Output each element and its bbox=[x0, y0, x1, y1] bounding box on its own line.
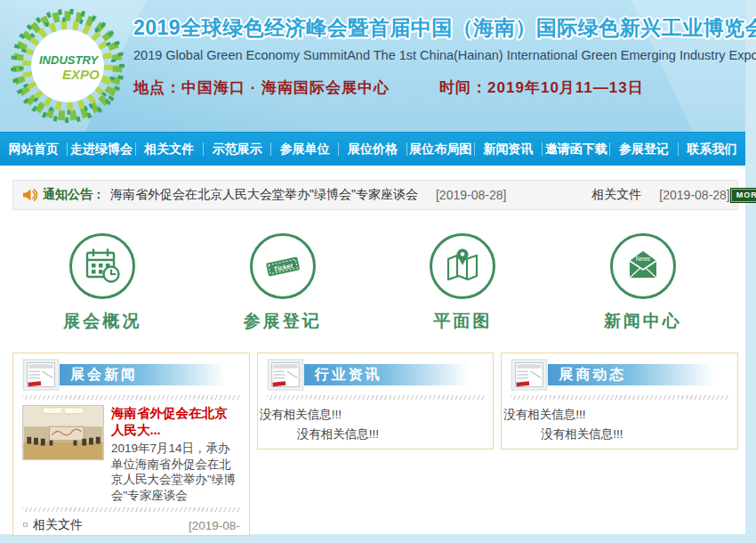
panel-expo-news: 展会新闻 bbox=[12, 353, 250, 536]
quick-link-label: 新闻中心 bbox=[604, 310, 682, 333]
logo-text-industry: INDUSTRY bbox=[39, 53, 100, 67]
quick-links-row: 展会概况 Ticket 参展登记 bbox=[12, 233, 733, 333]
nav-item-news[interactable]: 新闻资讯 bbox=[475, 133, 542, 166]
notice-label: 通知公告： bbox=[43, 187, 105, 203]
news-article: 海南省外促会在北京人民大... 2019年7月14日，承办单位海南省外促会在北京… bbox=[22, 405, 240, 503]
notice-link-1[interactable]: 海南省外促会在北京人民大会堂举办"绿博会"专家座谈会 bbox=[110, 187, 418, 203]
panel-title: 行业资讯 bbox=[304, 364, 485, 385]
nav-item-booth-price[interactable]: 展位价格 bbox=[339, 133, 406, 166]
panel-industry-info: 行业资讯 没有相关信息!!! 没有相关信息!!! bbox=[257, 353, 495, 450]
quick-link-overview[interactable]: 展会概况 bbox=[12, 233, 193, 333]
related-file-link[interactable]: 相关文件 bbox=[33, 517, 83, 533]
empty-message: 没有相关信息!!! bbox=[541, 425, 728, 444]
main-nav: 网站首页 走进绿博会 相关文件 示范展示 参展单位 展位价格 展位布局图 新闻资… bbox=[0, 132, 745, 166]
event-location: 地点：中国海口 · 海南国际会展中心 bbox=[133, 77, 390, 98]
notice-date-1: [2019-08-28] bbox=[436, 188, 506, 202]
dotted-divider bbox=[267, 395, 485, 400]
nav-item-register[interactable]: 参展登记 bbox=[610, 133, 677, 166]
newspaper-icon bbox=[22, 359, 60, 391]
nav-item-exhibitors[interactable]: 参展单位 bbox=[271, 133, 338, 166]
panel-exhibitor-updates: 展商动态 没有相关信息!!! 没有相关信息!!! bbox=[501, 353, 738, 450]
dotted-divider bbox=[511, 395, 728, 400]
square-bullet-icon bbox=[23, 523, 28, 527]
dotted-divider bbox=[22, 507, 240, 512]
notice-bar: 通知公告： 海南省外促会在北京人民大会堂举办"绿博会"专家座谈会 [2019-0… bbox=[12, 180, 738, 210]
nav-item-documents[interactable]: 相关文件 bbox=[136, 133, 203, 166]
panel-title: 展商动态 bbox=[548, 364, 728, 385]
quick-link-newscenter[interactable]: News 新闻中心 bbox=[553, 233, 734, 333]
panel-title: 展会新闻 bbox=[60, 364, 240, 385]
article-thumbnail[interactable] bbox=[22, 405, 104, 460]
ticket-icon: Ticket bbox=[250, 233, 316, 299]
header: INDUSTRY EXPO 2019全球绿色经济峰会暨首届中国（海南）国际绿色新… bbox=[0, 0, 745, 132]
article-excerpt: 2019年7月14日，承办单位海南省外促会在北京人民大会堂举办"绿博会"专家座谈… bbox=[111, 441, 240, 503]
industry-expo-logo-icon: INDUSTRY EXPO bbox=[7, 5, 128, 126]
more-button[interactable]: MORE+ bbox=[730, 188, 756, 203]
site-title-cn: 2019全球绿色经济峰会暨首届中国（海南）国际绿色新兴工业博览会 bbox=[133, 14, 745, 42]
empty-message: 没有相关信息!!! bbox=[503, 405, 728, 425]
notice-date-2: [2019-08-28] bbox=[659, 188, 729, 202]
site-title-en: 2019 Global Green Economy SummitAnd The … bbox=[133, 48, 745, 62]
quick-link-label: 参展登记 bbox=[244, 310, 322, 333]
quick-link-register[interactable]: Ticket 参展登记 bbox=[193, 233, 374, 333]
related-file-date: [2019-08-28] bbox=[181, 517, 240, 536]
nav-item-contact[interactable]: 联系我们 bbox=[679, 133, 745, 166]
header-text: 2019全球绿色经济峰会暨首届中国（海南）国际绿色新兴工业博览会 2019 Gl… bbox=[133, 0, 745, 98]
nav-item-demo[interactable]: 示范展示 bbox=[204, 133, 270, 166]
event-meta: 地点：中国海口 · 海南国际会展中心 时间：2019年10月11—13日 bbox=[133, 77, 745, 98]
article-title-link[interactable]: 海南省外促会在北京人民大... bbox=[111, 405, 240, 438]
related-file-row: 相关文件 [2019-08-28] bbox=[22, 517, 240, 536]
newspaper-icon bbox=[267, 359, 304, 391]
article-text: 海南省外促会在北京人民大... 2019年7月14日，承办单位海南省外促会在北京… bbox=[111, 405, 240, 503]
panel-header: 展商动态 bbox=[511, 359, 728, 391]
quick-link-label: 平面图 bbox=[433, 310, 492, 333]
event-time: 时间：2019年10月11—13日 bbox=[439, 77, 644, 98]
quick-link-label: 展会概况 bbox=[63, 310, 141, 333]
map-pin-icon bbox=[430, 233, 495, 299]
panel-header: 行业资讯 bbox=[267, 359, 485, 391]
news-envelope-icon: News bbox=[610, 233, 676, 299]
nav-item-home[interactable]: 网站首页 bbox=[0, 133, 67, 166]
dotted-divider bbox=[22, 395, 240, 400]
nav-item-booth-layout[interactable]: 展位布局图 bbox=[407, 133, 474, 166]
newspaper-icon bbox=[511, 359, 548, 391]
nav-item-about[interactable]: 走进绿博会 bbox=[68, 133, 134, 166]
quick-link-floorplan[interactable]: 平面图 bbox=[373, 233, 553, 333]
nav-item-invitation[interactable]: 邀请函下载 bbox=[543, 133, 609, 166]
content-panels: 展会新闻 bbox=[12, 353, 738, 536]
news-text: News bbox=[636, 255, 651, 262]
empty-message: 没有相关信息!!! bbox=[297, 425, 485, 444]
logo-text-expo: EXPO bbox=[62, 67, 100, 82]
empty-message: 没有相关信息!!! bbox=[260, 405, 485, 425]
page-container: INDUSTRY EXPO 2019全球绿色经济峰会暨首届中国（海南）国际绿色新… bbox=[0, 0, 745, 534]
calendar-icon bbox=[69, 233, 135, 299]
notice-link-2[interactable]: 相关文件 bbox=[591, 187, 641, 203]
speaker-icon bbox=[22, 188, 38, 202]
panel-header: 展会新闻 bbox=[22, 359, 240, 391]
